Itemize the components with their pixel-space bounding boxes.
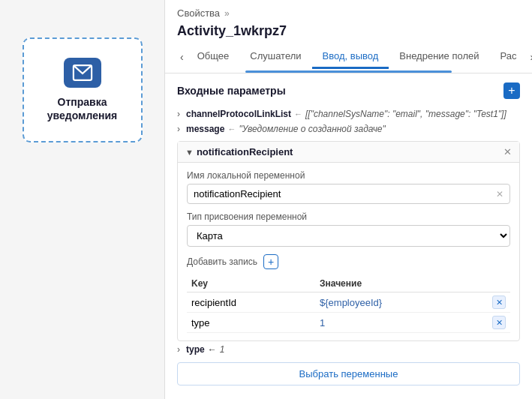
local-var-label: Имя локальной переменной: [187, 170, 510, 181]
param-row-channelProtocolLinkList: › channelProtocolLinkList ← [["channelSy…: [177, 106, 520, 122]
table-row: type 1 ✕: [187, 313, 510, 333]
delete-1-icon[interactable]: ✕: [492, 316, 506, 329]
tab-more[interactable]: Рас: [489, 45, 527, 69]
tab-nav-left[interactable]: ‹: [177, 45, 187, 69]
tab-scroll-indicator: [245, 70, 451, 73]
tabs: ‹ Общее Слушатели Ввод, вывод Внедрение …: [177, 45, 520, 69]
key-cell-1: type: [187, 313, 315, 333]
delete-row-1-button[interactable]: ✕: [489, 316, 506, 329]
assign-type-label: Тип присвоения переменной: [187, 212, 510, 222]
key-cell-0: recipientId: [187, 292, 315, 313]
tab-general[interactable]: Общее: [187, 45, 240, 69]
type-expand-icon[interactable]: ›: [177, 344, 180, 355]
notif-header: ▼ notificationRecipient ✕: [178, 142, 519, 163]
right-panel: Свойства » Activity_1wkrpz7 ‹ Общее Слуш…: [165, 0, 532, 399]
type-arrow: ←: [208, 344, 217, 355]
type-row: › type ← 1: [177, 341, 520, 358]
page-title: Activity_1wkrpz7: [177, 23, 520, 39]
col-key: Key: [187, 275, 315, 292]
value-cell-1: 1: [315, 313, 485, 333]
notif-close-button[interactable]: ✕: [503, 146, 512, 158]
tab-nav-right[interactable]: ›: [527, 45, 532, 69]
param-row-message: › message ← "Уведомление о созданной зад…: [177, 122, 520, 136]
add-record-label: Добавить запись: [187, 256, 257, 267]
tab-listeners[interactable]: Слушатели: [239, 45, 311, 69]
activity-card-label: Отправка уведомления: [24, 95, 141, 122]
tab-input-output[interactable]: Ввод, вывод: [312, 45, 389, 69]
activity-card: Отправка уведомления: [23, 38, 143, 142]
add-param-button[interactable]: +: [503, 82, 520, 99]
type-value: 1: [220, 344, 225, 355]
mail-icon: [64, 58, 101, 88]
notif-header-left: ▼ notificationRecipient: [185, 146, 293, 158]
kv-table: Key Значение recipientId ${employeeId} ✕: [187, 275, 510, 333]
local-var-input-wrapper: ✕: [187, 184, 510, 204]
tab-inject-fields[interactable]: Внедрение полей: [389, 45, 489, 69]
section-header: Входные параметры +: [177, 82, 520, 99]
local-var-input[interactable]: [194, 188, 496, 200]
local-var-clear-icon[interactable]: ✕: [496, 189, 503, 200]
assign-type-select[interactable]: Карта Список Строка: [187, 225, 510, 247]
section-title: Входные параметры: [177, 85, 286, 97]
header: Свойства » Activity_1wkrpz7 ‹ Общее Слуш…: [165, 0, 532, 74]
assign-type-group: Тип присвоения переменной Карта Список С…: [187, 212, 510, 247]
left-panel: Отправка уведомления: [0, 0, 165, 399]
table-row: recipientId ${employeeId} ✕: [187, 292, 510, 313]
local-var-group: Имя локальной переменной ✕: [187, 170, 510, 204]
type-name: type: [186, 344, 205, 355]
value-cell-0: ${employeeId}: [315, 292, 485, 313]
add-record-row: Добавить запись +: [187, 254, 510, 269]
notif-chevron-icon[interactable]: ▼: [185, 148, 194, 157]
add-record-button[interactable]: +: [263, 254, 278, 269]
col-value: Значение: [315, 275, 485, 292]
notif-name: notificationRecipient: [197, 146, 293, 158]
breadcrumb-separator: »: [224, 8, 230, 19]
content-area: Входные параметры + › channelProtocolLin…: [165, 74, 532, 399]
breadcrumb: Свойства »: [177, 8, 520, 19]
delete-0-icon[interactable]: ✕: [492, 296, 506, 309]
notif-recipient-section: ▼ notificationRecipient ✕ Имя локальной …: [177, 141, 520, 341]
breadcrumb-text: Свойства: [177, 8, 220, 19]
expand-icon-2[interactable]: ›: [177, 124, 180, 134]
delete-row-0-button[interactable]: ✕: [489, 296, 506, 309]
expand-icon[interactable]: ›: [177, 109, 180, 119]
select-vars-button[interactable]: Выбрать переменные: [177, 362, 520, 386]
notif-body: Имя локальной переменной ✕ Тип присвоени…: [178, 163, 519, 340]
